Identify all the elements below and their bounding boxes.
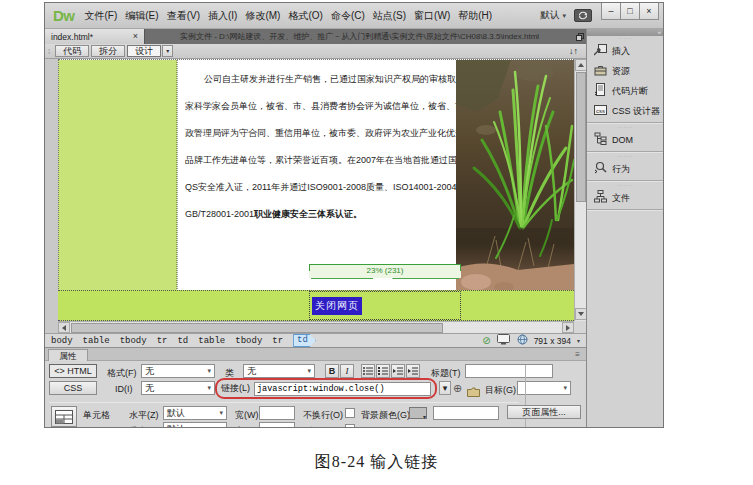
class-select[interactable]: 无 — [243, 364, 315, 378]
screenshot-root: Dw 文件(F) 编辑(E) 查看(V) 插入(I) 修改(M) 格式(O) 命… — [0, 0, 753, 485]
menu-commands[interactable]: 命令(C) — [331, 9, 365, 23]
design-view-button[interactable]: 设计 — [127, 45, 161, 57]
height-input[interactable] — [259, 422, 295, 428]
minimize-button[interactable]: – — [601, 3, 621, 20]
horizontal-select[interactable]: 默认 — [163, 406, 227, 420]
tag-table[interactable]: table — [83, 336, 110, 346]
page-properties-button[interactable]: 页面属性... — [507, 405, 581, 419]
scrollbar-corner — [574, 321, 586, 333]
horizontal-scrollbar[interactable] — [58, 321, 574, 333]
split-cell-icon[interactable] — [99, 423, 111, 428]
vertical-scrollbar-thumb[interactable] — [576, 72, 586, 202]
tag-tr[interactable]: tr — [272, 336, 283, 346]
document-path: 实例文件 - D:\网站建设、开发、维护、推广－从入门到精通\实例文件\原始文件… — [145, 29, 574, 44]
split-view-button[interactable]: 拆分 — [91, 45, 125, 57]
cell-icon[interactable] — [51, 406, 77, 427]
table-width-marker[interactable]: 23% (231) — [309, 264, 461, 278]
selected-link-text[interactable]: 关闭网页 — [312, 297, 362, 315]
menu-modify[interactable]: 修改(M) — [245, 9, 280, 23]
collapse-panels-icon[interactable]: « — [658, 29, 661, 35]
left-green-column[interactable] — [58, 60, 177, 291]
merge-cells-icon[interactable] — [83, 423, 95, 428]
width-input[interactable] — [259, 406, 295, 420]
tag-tbody[interactable]: tbody — [235, 336, 262, 346]
tag-tr[interactable]: tr — [157, 336, 168, 346]
toolbar-grip[interactable]: ⁞ — [48, 47, 51, 56]
paragraph-line: GB/T28001-2001职业健康安全三体系认证。 — [185, 201, 456, 228]
design-view-dropdown-icon[interactable]: ▾ — [162, 45, 173, 57]
bottom-green-bar[interactable]: 关闭网页 — [58, 290, 574, 321]
panel-item-label: 代码片断 — [612, 85, 648, 98]
panel-item-snippets[interactable]: 代码片断 — [587, 81, 664, 101]
panel-item-css-designer[interactable]: css CSS 设计器 — [587, 101, 664, 121]
menu-edit[interactable]: 编辑(E) — [125, 9, 158, 23]
panel-item-assets[interactable]: 资源 — [587, 61, 664, 81]
css-mode-button[interactable]: CSS — [49, 381, 97, 395]
outdent-icon[interactable] — [391, 364, 405, 378]
point-to-file-icon[interactable]: ⊕ — [453, 382, 462, 395]
menu-site[interactable]: 站点(S) — [373, 9, 406, 23]
bold-button[interactable]: B — [325, 364, 339, 378]
link-highlight-box: 链接(L) — [215, 378, 437, 399]
window-size-globe-icon[interactable] — [517, 334, 528, 347]
panel-item-files[interactable]: 文件 — [587, 188, 664, 208]
document-tab[interactable]: index.html* × — [45, 29, 145, 44]
header-checkbox[interactable] — [345, 424, 355, 428]
menu-format[interactable]: 格式(O) — [288, 9, 322, 23]
workspace-switcher[interactable]: 默认 — [540, 9, 566, 22]
bgcolor-swatch[interactable] — [409, 407, 427, 419]
menu-view[interactable]: 查看(V) — [167, 9, 200, 23]
panel-item-insert[interactable]: 插入 — [587, 41, 664, 61]
panel-item-behaviors[interactable]: 行为 — [587, 159, 664, 179]
design-canvas[interactable]: 公司自主研发并进行生产销售，已通过国家知识产权局的审核取得专利。企业 家科学家会… — [58, 59, 574, 321]
menu-help[interactable]: 帮助(H) — [458, 9, 492, 23]
panel-item-dom[interactable]: DOM — [587, 130, 664, 150]
plant-photo[interactable] — [456, 60, 574, 291]
selected-table-cell[interactable]: 关闭网页 — [309, 291, 461, 320]
sync-settings-icon[interactable] — [574, 9, 592, 22]
link-dropdown-icon[interactable]: ▾ — [439, 381, 451, 395]
menu-insert[interactable]: 插入(I) — [208, 9, 237, 23]
scroll-right-icon[interactable] — [562, 322, 574, 333]
body-text-cell[interactable]: 公司自主研发并进行生产销售，已通过国家知识产权局的审核取得专利。企业 家科学家会… — [177, 60, 456, 291]
link-input[interactable] — [254, 382, 431, 396]
close-button[interactable]: × — [639, 3, 659, 20]
device-preview-icon[interactable] — [497, 334, 511, 347]
properties-title-bar: 属性 ≡ — [45, 348, 586, 361]
tag-td-selected[interactable]: td — [293, 334, 316, 347]
browse-folder-icon[interactable] — [467, 383, 480, 401]
bgcolor-label: 背景颜色(G) — [361, 409, 410, 422]
file-management-icon[interactable]: ↓↑ — [569, 46, 578, 56]
window-size-dropdown-icon[interactable]: ▾ — [577, 337, 580, 344]
tag-td[interactable]: td — [177, 336, 188, 346]
tab-close-icon[interactable]: × — [133, 32, 138, 41]
maximize-button[interactable]: □ — [620, 3, 640, 20]
html-mode-button[interactable]: <> HTML — [49, 364, 97, 378]
italic-button[interactable]: I — [340, 364, 354, 378]
tag-tbody[interactable]: tbody — [120, 336, 147, 346]
properties-tab[interactable]: 属性 — [48, 349, 88, 361]
code-view-button[interactable]: 代码 — [55, 45, 89, 57]
tag-table[interactable]: table — [198, 336, 225, 346]
window-restore-icon[interactable] — [574, 29, 586, 44]
unordered-list-icon[interactable] — [361, 364, 375, 378]
width-label: 宽(W) — [235, 409, 259, 422]
window-size-value[interactable]: 791 x 394 — [534, 336, 571, 346]
title-input[interactable] — [465, 364, 553, 378]
tag-body[interactable]: body — [51, 336, 73, 346]
menu-window[interactable]: 窗口(W) — [414, 9, 450, 23]
menu-bar: Dw 文件(F) 编辑(E) 查看(V) 插入(I) 修改(M) 格式(O) 命… — [45, 3, 663, 29]
ordered-list-icon[interactable] — [376, 364, 390, 378]
scroll-left-icon[interactable] — [58, 322, 70, 333]
menu-file[interactable]: 文件(F) — [85, 9, 118, 23]
id-select[interactable]: 无 — [141, 381, 215, 395]
panel-menu-icon[interactable]: ≡ — [575, 351, 580, 359]
horizontal-scrollbar-thumb[interactable] — [71, 323, 443, 333]
bgcolor-input[interactable] — [433, 406, 499, 420]
no-errors-icon[interactable]: ⊘ — [482, 336, 490, 346]
format-select[interactable]: 无 — [141, 364, 215, 378]
nowrap-checkbox[interactable] — [345, 408, 355, 418]
vertical-scrollbar[interactable] — [574, 59, 586, 321]
indent-icon[interactable] — [406, 364, 420, 378]
vertical-select[interactable]: 默认 — [163, 422, 227, 428]
